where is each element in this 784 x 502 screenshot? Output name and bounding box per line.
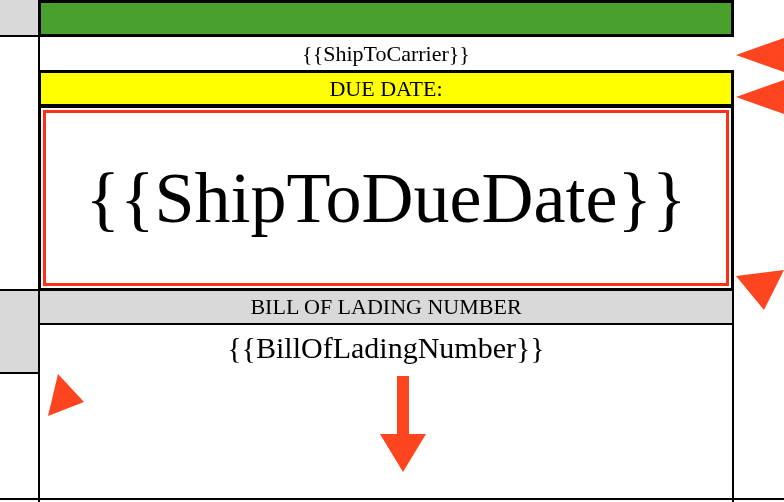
left-stub-top [0, 0, 40, 37]
left-stub-mid [0, 35, 40, 291]
svg-marker-2 [736, 270, 784, 310]
ship-to-carrier-placeholder: {{ShipToCarrier}} [302, 43, 470, 65]
left-stub-spacer [0, 289, 40, 325]
svg-marker-1 [736, 80, 784, 114]
left-stub-bol [0, 323, 40, 374]
annotation-arrow-duedate [736, 80, 784, 114]
bottom-line [0, 498, 784, 500]
svg-marker-3 [48, 374, 84, 416]
due-date-label-cell: DUE DATE: [38, 70, 734, 107]
ship-to-due-date-placeholder: {{ShipToDueDate}} [85, 162, 686, 234]
bill-of-lading-label: BILL OF LADING NUMBER [250, 296, 521, 318]
ship-to-carrier-cell-inner: {{ShipToCarrier}} [38, 35, 734, 72]
svg-marker-5 [380, 434, 426, 472]
annotation-arrow-down [380, 376, 426, 472]
bill-of-lading-number-placeholder: {{BillOfLadingNumber}} [227, 333, 545, 363]
svg-marker-0 [736, 38, 784, 72]
right-edge-top [732, 0, 784, 37]
ship-to-due-date-text-wrap: {{ShipToDueDate}} [38, 105, 734, 291]
annotation-arrow-small [48, 374, 84, 416]
bol-label-cell: BILL OF LADING NUMBER [38, 289, 734, 325]
svg-rect-4 [397, 376, 409, 436]
annotation-arrow-carrier [736, 38, 784, 72]
due-date-label: DUE DATE: [329, 78, 442, 100]
annotation-arrow-redbox [736, 270, 784, 310]
ship-to-carrier-cell [38, 0, 734, 37]
right-edge-full [732, 289, 784, 502]
